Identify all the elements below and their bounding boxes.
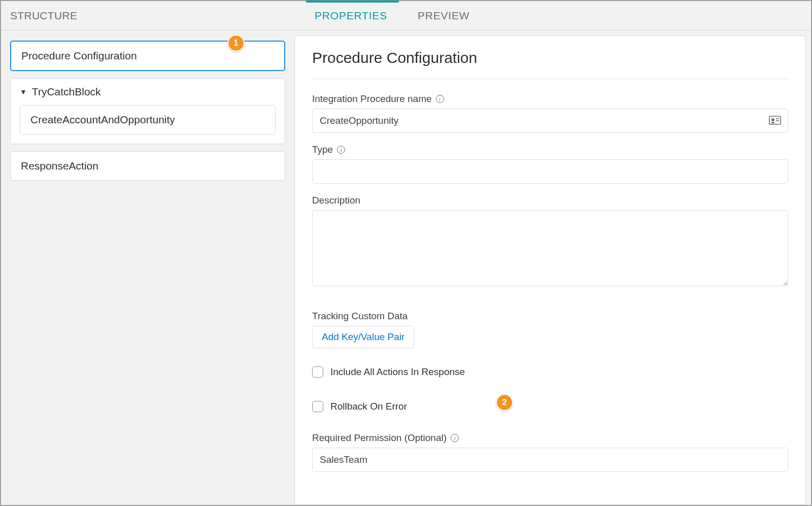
tabs-container: PROPERTIES PREVIEW (294, 1, 469, 30)
field-integration-procedure-name: Integration Procedure name i (312, 93, 788, 133)
input-wrap (312, 109, 788, 133)
structure-heading: STRUCTURE (1, 10, 294, 22)
id-card-icon (769, 115, 781, 127)
info-icon[interactable]: i (436, 95, 444, 103)
label-integration-procedure-name: Integration Procedure name i (312, 93, 788, 105)
checkbox-include-all-actions[interactable]: Include All Actions In Response (312, 366, 788, 378)
tab-active-indicator (306, 1, 399, 3)
sidebar: Procedure Configuration ▼ TryCatchBlock … (1, 30, 294, 505)
sidebar-group-trycatchblock[interactable]: ▼ TryCatchBlock CreateAccountAndOpportun… (10, 78, 285, 144)
main-panel-wrap: Procedure Configuration Integration Proc… (294, 30, 811, 505)
field-description: Description (312, 195, 788, 288)
chevron-down-icon: ▼ (20, 88, 27, 96)
tab-preview[interactable]: PREVIEW (418, 1, 469, 30)
callout-badge-1: 1 (227, 35, 245, 52)
label-text: Integration Procedure name (312, 93, 432, 105)
svg-point-1 (771, 118, 774, 121)
checkbox-label: Include All Actions In Response (330, 366, 465, 378)
checkbox-label: Rollback On Error (330, 401, 407, 412)
input-type[interactable] (312, 159, 788, 184)
field-tracking-custom-data: Tracking Custom Data Add Key/Value Pair (312, 311, 788, 348)
input-description[interactable] (312, 210, 788, 286)
input-required-permission[interactable] (312, 448, 788, 472)
header-row: STRUCTURE PROPERTIES PREVIEW (1, 1, 811, 30)
tab-properties[interactable]: PROPERTIES (315, 1, 387, 30)
label-required-permission: Required Permission (Optional) i (312, 432, 788, 444)
sidebar-item-responseaction[interactable]: ResponseAction (10, 151, 285, 181)
sidebar-group-header[interactable]: ▼ TryCatchBlock (20, 86, 276, 98)
add-key-value-pair-button[interactable]: Add Key/Value Pair (312, 326, 414, 348)
label-text: Description (312, 195, 360, 206)
callout-badge-2: 2 (496, 394, 513, 411)
sidebar-item-label: Procedure Configuration (21, 50, 137, 61)
sidebar-item-createaccountandopportunity[interactable]: CreateAccountAndOpportunity (20, 105, 276, 134)
body-row: Procedure Configuration ▼ TryCatchBlock … (1, 30, 811, 505)
info-icon[interactable]: i (451, 434, 459, 442)
field-required-permission: Required Permission (Optional) i (312, 432, 788, 472)
sidebar-group-label: TryCatchBlock (32, 86, 101, 98)
label-text: Required Permission (Optional) (312, 432, 447, 444)
label-description: Description (312, 195, 788, 206)
checkbox-box[interactable] (312, 366, 323, 378)
label-text: Type (312, 144, 333, 155)
label-tracking: Tracking Custom Data (312, 311, 788, 322)
properties-panel: Procedure Configuration Integration Proc… (294, 36, 806, 505)
sidebar-item-label: CreateAccountAndOpportunity (30, 114, 175, 125)
app-frame: STRUCTURE PROPERTIES PREVIEW Procedure C… (0, 0, 812, 506)
info-icon[interactable]: i (337, 146, 345, 154)
checkbox-box[interactable] (312, 401, 323, 412)
checkbox-rollback-on-error[interactable]: Rollback On Error (312, 401, 788, 412)
panel-title: Procedure Configuration (312, 49, 788, 79)
label-type: Type i (312, 144, 788, 155)
input-integration-procedure-name[interactable] (312, 109, 788, 133)
label-text: Tracking Custom Data (312, 311, 408, 322)
field-type: Type i (312, 144, 788, 184)
sidebar-item-label: ResponseAction (21, 160, 98, 172)
